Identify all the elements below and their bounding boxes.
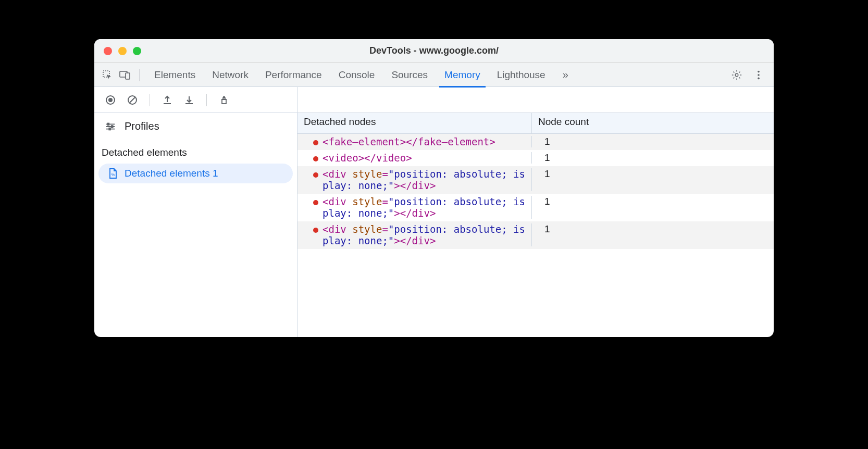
svg-point-5 (758, 74, 760, 76)
svg-rect-2 (126, 73, 130, 79)
svg-rect-15 (108, 123, 109, 125)
close-window-button[interactable] (104, 47, 112, 55)
inspect-element-icon[interactable] (100, 67, 115, 83)
svg-point-8 (108, 98, 113, 102)
cell-detached-node: <fake–element></fake–element> (297, 136, 532, 147)
cell-detached-node: <div style="position: absolute; isplay: … (297, 196, 532, 219)
table-row[interactable]: <video></video>1 (297, 150, 774, 166)
divider (150, 94, 150, 106)
device-toolbar-icon[interactable] (117, 67, 133, 83)
sliders-icon[interactable] (105, 121, 116, 132)
svg-rect-17 (109, 128, 110, 130)
collect-garbage-icon[interactable] (215, 91, 233, 109)
table-row[interactable]: <div style="position: absolute; isplay: … (297, 194, 774, 221)
divider (206, 94, 207, 106)
svg-text:%: % (111, 172, 115, 177)
cell-node-count: 1 (532, 196, 774, 207)
profile-item-label: Detached elements 1 (125, 168, 218, 179)
tab-sources[interactable]: Sources (390, 63, 429, 87)
panel-body: Profiles Detached elements % Detached el… (94, 87, 774, 337)
profiles-label: Profiles (125, 120, 159, 132)
table-header: Detached nodes Node count (297, 113, 774, 134)
header-node-count[interactable]: Node count (532, 113, 774, 133)
svg-point-4 (758, 70, 760, 72)
sidebar-toolbar (94, 87, 297, 113)
status-dot-icon (313, 140, 318, 145)
cell-node-count: 1 (532, 168, 774, 180)
cell-node-count: 1 (532, 223, 774, 235)
svg-rect-11 (222, 99, 226, 104)
minimize-window-button[interactable] (118, 47, 127, 55)
profiles-header: Profiles (94, 113, 297, 140)
cell-detached-node: <div style="position: absolute; isplay: … (297, 168, 532, 191)
main-toolbar-strip (297, 87, 774, 113)
more-tabs-button[interactable]: » (557, 67, 573, 83)
tabs: ElementsNetworkPerformanceConsoleSources… (153, 63, 547, 87)
cell-detached-node: <video></video> (297, 152, 532, 164)
sidebar: Profiles Detached elements % Detached el… (94, 87, 297, 337)
node-html: <div style="position: absolute; isplay: … (323, 168, 525, 191)
cell-node-count: 1 (532, 136, 774, 147)
status-dot-icon (313, 156, 318, 161)
maximize-window-button[interactable] (133, 47, 141, 55)
upload-icon[interactable] (158, 91, 176, 109)
download-icon[interactable] (180, 91, 198, 109)
node-html: <video></video> (323, 152, 412, 164)
table-body: <fake–element></fake–element>1<video></v… (297, 134, 774, 337)
divider (139, 69, 140, 81)
main-panel: Detached nodes Node count <fake–element>… (297, 87, 774, 337)
node-html: <div style="position: absolute; isplay: … (323, 196, 525, 219)
cell-detached-node: <div style="position: absolute; isplay: … (297, 223, 532, 246)
svg-point-6 (758, 77, 760, 79)
status-dot-icon (313, 228, 318, 233)
profile-item-detached-1[interactable]: % Detached elements 1 (98, 164, 293, 183)
status-dot-icon (313, 200, 318, 205)
svg-point-3 (735, 73, 738, 77)
file-icon: % (108, 168, 118, 179)
status-dot-icon (313, 172, 318, 178)
svg-rect-16 (111, 126, 113, 128)
window-title: DevTools - www.google.com/ (94, 45, 774, 56)
svg-line-10 (130, 97, 135, 103)
node-html: <fake–element></fake–element> (323, 136, 495, 147)
header-detached-nodes[interactable]: Detached nodes (297, 113, 532, 133)
tab-memory[interactable]: Memory (443, 63, 481, 87)
clear-icon[interactable] (123, 91, 141, 109)
kebab-menu-icon[interactable] (751, 67, 766, 83)
record-icon[interactable] (102, 91, 119, 109)
table-row[interactable]: <div style="position: absolute; isplay: … (297, 221, 774, 249)
tab-elements[interactable]: Elements (153, 63, 196, 87)
tab-performance[interactable]: Performance (264, 63, 323, 87)
tab-lighthouse[interactable]: Lighthouse (496, 63, 547, 87)
table-row[interactable]: <div style="position: absolute; isplay: … (297, 166, 774, 194)
tab-console[interactable]: Console (338, 63, 376, 87)
traffic-lights (94, 47, 141, 55)
cell-node-count: 1 (532, 152, 774, 164)
tabbar: ElementsNetworkPerformanceConsoleSources… (94, 63, 774, 87)
titlebar: DevTools - www.google.com/ (94, 39, 774, 63)
devtools-window: DevTools - www.google.com/ ElementsNetwo… (94, 39, 774, 337)
sidebar-section-label: Detached elements (94, 140, 297, 164)
table-row[interactable]: <fake–element></fake–element>1 (297, 134, 774, 150)
node-html: <div style="position: absolute; isplay: … (323, 223, 525, 246)
settings-icon[interactable] (729, 67, 745, 83)
tab-network[interactable]: Network (211, 63, 250, 87)
